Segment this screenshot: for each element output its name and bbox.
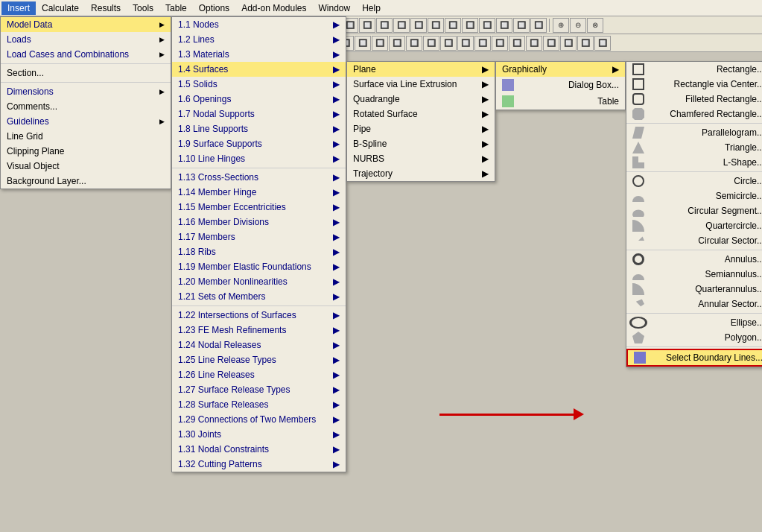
md-sets-members[interactable]: 1.21 Sets of Members▶ <box>172 289 346 304</box>
toolbar2-btn-34[interactable]: 🔲 <box>577 36 594 51</box>
toolbar2-btn-31[interactable]: 🔲 <box>526 36 542 51</box>
shape-polygon[interactable]: Polygon... <box>626 330 762 345</box>
md-joints[interactable]: 1.30 Joints▶ <box>172 427 346 442</box>
toolbar-btn-25[interactable]: 🔲 <box>462 18 478 33</box>
menu-tools[interactable]: Tools <box>127 1 159 15</box>
shape-circular-segment[interactable]: Circular Segment... <box>626 203 762 218</box>
plane-graphically[interactable]: Graphically▶ <box>496 62 625 77</box>
toolbar-btn-28[interactable]: 🔲 <box>513 18 530 33</box>
surf-nurbs[interactable]: NURBS▶ <box>347 151 495 166</box>
toolbar2-btn-26[interactable]: 🔲 <box>440 36 457 51</box>
md-ribs[interactable]: 1.18 Ribs▶ <box>172 244 346 259</box>
toolbar2-btn-35[interactable]: 🔲 <box>594 36 611 51</box>
toolbar-btn-22[interactable]: 🔲 <box>410 18 427 33</box>
shape-rectangle-center[interactable]: Rectangle via Center... <box>626 77 762 92</box>
md-surface-supports[interactable]: 1.9 Surface Supports▶ <box>172 136 346 151</box>
shape-semicircle[interactable]: Semicircle... <box>626 189 762 203</box>
menu-item-background[interactable]: Background Layer... <box>1 174 171 189</box>
toolbar2-btn-23[interactable]: 🔲 <box>389 36 405 51</box>
toolbar2-btn-24[interactable]: 🔲 <box>406 36 422 51</box>
menu-item-loads[interactable]: Loads ▶ <box>1 32 171 47</box>
md-members[interactable]: 1.17 Members▶ <box>172 229 346 244</box>
md-nodes[interactable]: 1.1 Nodes▶ <box>172 17 346 32</box>
shape-ellipse[interactable]: Ellipse... <box>626 315 762 330</box>
shape-lshape[interactable]: L-Shape... <box>626 155 762 170</box>
menu-help[interactable]: Help <box>356 1 387 15</box>
menu-item-model-data[interactable]: Model Data ▶ <box>1 17 171 32</box>
toolbar2-btn-25[interactable]: 🔲 <box>423 36 439 51</box>
md-line-supports[interactable]: 1.8 Line Supports▶ <box>172 121 346 136</box>
md-member-elastic[interactable]: 1.19 Member Elastic Foundations▶ <box>172 259 346 274</box>
md-cutting-patterns[interactable]: 1.32 Cutting Patterns▶ <box>172 457 346 472</box>
toolbar-btn-21[interactable]: 🔲 <box>393 18 410 33</box>
surf-quadrangle[interactable]: Quadrangle▶ <box>347 92 495 107</box>
shape-quartercircle[interactable]: Quartercircle... <box>626 218 762 233</box>
surf-rotated[interactable]: Rotated Surface▶ <box>347 107 495 121</box>
menu-insert[interactable]: Insert <box>1 1 36 15</box>
md-surface-releases[interactable]: 1.28 Surface Releases▶ <box>172 397 346 412</box>
toolbar2-btn-27[interactable]: 🔲 <box>457 36 474 51</box>
shape-annulus[interactable]: Annulus... <box>626 252 762 267</box>
md-surfaces[interactable]: 1.4 Surfaces▶ <box>172 62 346 77</box>
toolbar2-btn-33[interactable]: 🔲 <box>560 36 577 51</box>
menu-calculate[interactable]: Calculate <box>36 1 85 15</box>
shape-filleted-rect[interactable]: Filleted Rectangle... <box>626 92 762 107</box>
toolbar-btn-26[interactable]: 🔲 <box>479 18 495 33</box>
md-line-release-types[interactable]: 1.25 Line Release Types▶ <box>172 352 346 367</box>
md-materials[interactable]: 1.3 Materials▶ <box>172 47 346 62</box>
plane-table[interactable]: Table <box>496 93 625 110</box>
md-cross-sections[interactable]: 1.13 Cross-Sections▶ <box>172 170 346 185</box>
toolbar2-btn-29[interactable]: 🔲 <box>492 36 508 51</box>
shape-circle[interactable]: Circle... <box>626 174 762 189</box>
toolbar-btn-23[interactable]: 🔲 <box>428 18 444 33</box>
menu-item-dimensions[interactable]: Dimensions ▶ <box>1 84 171 99</box>
md-intersections[interactable]: 1.22 Intersections of Surfaces▶ <box>172 308 346 323</box>
toolbar-btn-32[interactable]: ⊗ <box>587 18 603 33</box>
surf-pipe[interactable]: Pipe▶ <box>347 121 495 136</box>
menu-window[interactable]: Window <box>313 1 357 15</box>
menu-addon[interactable]: Add-on Modules <box>235 1 312 15</box>
menu-options[interactable]: Options <box>193 1 235 15</box>
menu-item-clipping[interactable]: Clipping Plane <box>1 144 171 159</box>
toolbar-btn-27[interactable]: 🔲 <box>496 18 512 33</box>
md-nodal-constraints[interactable]: 1.31 Nodal Constraints▶ <box>172 442 346 457</box>
shape-triangle[interactable]: Triangle... <box>626 140 762 155</box>
md-member-nonlinear[interactable]: 1.20 Member Nonlinearities▶ <box>172 274 346 289</box>
md-solids[interactable]: 1.5 Solids▶ <box>172 77 346 92</box>
toolbar-btn-30[interactable]: ⊕ <box>553 18 569 33</box>
shape-semiannulus[interactable]: Semiannulus... <box>626 267 762 282</box>
menu-item-guidelines[interactable]: Guidelines ▶ <box>1 114 171 129</box>
md-line-releases[interactable]: 1.26 Line Releases▶ <box>172 367 346 382</box>
toolbar2-btn-22[interactable]: 🔲 <box>372 36 388 51</box>
toolbar-btn-20[interactable]: 🔲 <box>376 18 393 33</box>
md-openings[interactable]: 1.6 Openings▶ <box>172 92 346 107</box>
md-line-hinges[interactable]: 1.10 Line Hinges▶ <box>172 151 346 166</box>
shape-chamfered-rect[interactable]: Chamfered Rectangle... <box>626 107 762 121</box>
toolbar-btn-31[interactable]: ⊖ <box>570 18 586 33</box>
menu-item-loadcases[interactable]: Load Cases and Combinations ▶ <box>1 47 171 62</box>
toolbar2-btn-32[interactable]: 🔲 <box>543 36 559 51</box>
md-member-hinge[interactable]: 1.14 Member Hinge▶ <box>172 185 346 200</box>
md-nodal-supports[interactable]: 1.7 Nodal Supports▶ <box>172 107 346 121</box>
surf-extrusion[interactable]: Surface via Line Extrusion▶ <box>347 77 495 92</box>
menu-table[interactable]: Table <box>159 1 193 15</box>
toolbar-btn-29[interactable]: 🔲 <box>530 18 547 33</box>
md-connections[interactable]: 1.29 Connections of Two Members▶ <box>172 412 346 427</box>
md-lines[interactable]: 1.2 Lines▶ <box>172 32 346 47</box>
shape-parallelogram[interactable]: Parallelogram... <box>626 125 762 140</box>
md-surface-release-types[interactable]: 1.27 Surface Release Types▶ <box>172 382 346 397</box>
toolbar2-btn-21[interactable]: 🔲 <box>355 36 371 51</box>
toolbar2-btn-30[interactable]: 🔲 <box>509 36 525 51</box>
md-member-divisions[interactable]: 1.16 Member Divisions▶ <box>172 215 346 229</box>
menu-item-section[interactable]: Section... <box>1 66 171 80</box>
shape-quarterannulus[interactable]: Quarterannulus... <box>626 282 762 297</box>
toolbar-btn-19[interactable]: 🔲 <box>359 18 375 33</box>
menu-item-comments[interactable]: Comments... <box>1 99 171 114</box>
toolbar-btn-24[interactable]: 🔲 <box>445 18 461 33</box>
plane-dialog[interactable]: Dialog Box... <box>496 77 625 93</box>
shape-select-boundary[interactable]: Select Boundary Lines... <box>626 349 762 367</box>
md-fe-mesh[interactable]: 1.23 FE Mesh Refinements▶ <box>172 323 346 338</box>
shape-annular-sector[interactable]: Annular Sector... <box>626 297 762 311</box>
shape-circular-sector[interactable]: Circular Sector... <box>626 233 762 248</box>
surf-bspline[interactable]: B-Spline▶ <box>347 136 495 151</box>
